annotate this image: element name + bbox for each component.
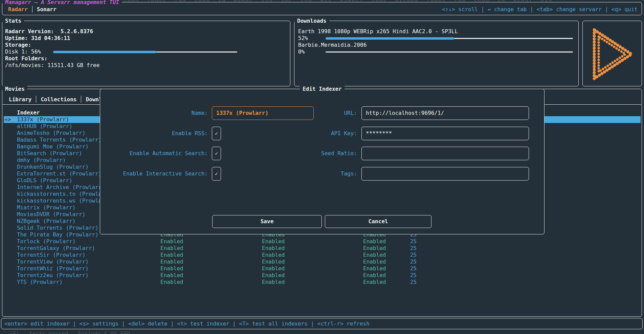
priority-cell: 25 (383, 279, 417, 286)
logo-panel (582, 21, 642, 86)
indexer-row[interactable]: TorrentWhiz (Prowlarr)EnabledEnabledEnab… (4, 265, 641, 272)
priority-cell: 25 (383, 252, 417, 258)
url-input[interactable]: http://localhost:9696/1/ (361, 106, 529, 120)
indexer-name: The Pirate Bay (Prowlarr) (17, 231, 98, 238)
tags-input[interactable] (361, 167, 529, 181)
indexer-name: Torlock (Prowlarr) (17, 238, 75, 245)
indexer-row[interactable]: Torrentz2eu (Prowlarr)EnabledEnabledEnab… (4, 272, 641, 279)
tab-sonarr[interactable]: Sonarr (34, 6, 59, 13)
enable-rss-checkbox[interactable]: ✓ (212, 127, 221, 140)
servarr-tabs: RadarrSonarr (5, 5, 59, 13)
tags-label: Tags: (246, 167, 357, 181)
footer-keybinds-hint: <enter> edit indexer | <s> settings | <d… (4, 318, 370, 329)
stats-line-text: /nfs/movies: 11511.43 GB free (5, 62, 99, 69)
downloads-panel-title: Downloads (294, 18, 329, 24)
disk-progress-bar (53, 51, 237, 53)
indexer-row[interactable]: TorrentView (Prowlarr)EnabledEnabledEnab… (4, 258, 641, 265)
top-keybinds-hint: <↑↓> scroll | ↔ change tab | <tab> chang… (442, 6, 638, 13)
priority-cell: 25 (383, 245, 417, 252)
indexer-name: Solid Torrents (Prowlarr) (17, 225, 98, 231)
enable-automatic-search-checkbox[interactable]: ✓ (212, 147, 221, 160)
modal-title: Edit Indexer (300, 86, 345, 92)
indexer-name: Torrentz2eu (Prowlarr) (17, 272, 89, 279)
tab-library[interactable]: Library (6, 96, 34, 103)
indexer-name: GloDLS (Prowlarr) (17, 177, 72, 184)
indexer-name: YTS (Prowlarr) (17, 279, 63, 286)
cancel-button[interactable]: Cancel (325, 215, 431, 228)
indexer-name: TorrentWhiz (Prowlarr) (17, 265, 89, 272)
seed-ratio-label: Seed Ratio: (246, 147, 357, 160)
tab-separator (81, 96, 81, 103)
rss-cell: Enabled (160, 245, 183, 252)
tab-collections[interactable]: Collections (38, 96, 79, 103)
indexer-name: TorrentView (Prowlarr) (17, 258, 89, 265)
automatic-search-cell: Enabled (262, 238, 285, 245)
stats-line: Root Folders: (5, 55, 287, 62)
rss-cell: Enabled (160, 238, 183, 245)
download-percent: 52% (298, 35, 317, 42)
footer-bar: <enter> edit indexer | <s> settings | <d… (1, 318, 643, 329)
priority-cell: 25 (383, 258, 417, 265)
seed-ratio-input[interactable] (361, 147, 529, 160)
save-button[interactable]: Save (212, 215, 322, 228)
download-title: Barbie.Mermaidia.2006 (298, 42, 576, 48)
indexer-name: BitSearch (Prowlarr) (17, 150, 82, 157)
automatic-search-cell: Enabled (262, 252, 285, 258)
indexer-name: Badass Torrents (Prowlarr) (17, 137, 102, 143)
rss-cell: Enabled (160, 265, 183, 272)
stats-lines: Radarr Version: 5.2.6.8376Uptime: 31d 04… (5, 28, 287, 69)
indexer-name: Bangumi Moe (Prowlarr) (17, 143, 89, 150)
indexer-name: TorrentGalaxy (Prowlarr) (17, 245, 95, 252)
download-progress-line: 52% (298, 35, 576, 42)
indexer-row[interactable]: YTS (Prowlarr)EnabledEnabledEnabled25 (4, 279, 641, 286)
download-percent: 0% (298, 48, 317, 55)
priority-cell: 25 (383, 238, 417, 245)
indexer-row[interactable]: TorrentSir (Prowlarr)EnabledEnabledEnabl… (4, 252, 641, 258)
indexer-name: kickasstorrents.ws (Prowlarr) (17, 197, 111, 204)
indexer-row[interactable]: Torlock (Prowlarr)EnabledEnabledEnabled2… (4, 238, 641, 245)
scrollback-bottom-text: |F| tests passed Furiody S 06 END (9, 330, 130, 334)
stats-line-text: Root Folders: (5, 55, 47, 62)
stats-line: Storage: (5, 42, 287, 48)
stats-panel-title: Stats (2, 18, 24, 24)
check-icon: ✓ (215, 171, 218, 177)
enable-rss-label: Enable RSS: (100, 127, 208, 140)
app-title: Managarr — A Servarr management TUI (2, 0, 122, 5)
indexer-name: MoviesDVDR (Prowlarr) (17, 211, 85, 218)
enable-interactive-search-label: Enable Interactive Search: (100, 167, 208, 181)
indexer-name: altHUB (Prowlarr) (17, 123, 72, 130)
url-label: URL: (246, 106, 357, 120)
stats-line: Disk 1: 56% (5, 48, 287, 55)
rss-cell: Enabled (160, 252, 183, 258)
indexer-name: Miatrix (Prowlarr) (17, 204, 75, 211)
rss-cell: Enabled (160, 279, 183, 286)
tab-separator (36, 96, 36, 103)
name-label: Name: (100, 106, 208, 120)
header-panel: Managarr — A Servarr management TUI Rada… (2, 2, 642, 15)
api-key-label: API Key: (246, 127, 357, 140)
automatic-search-cell: Enabled (262, 245, 285, 252)
movies-panel-title: Movies (2, 86, 27, 92)
indexer-name: Internet Archive (Prowlarr) (17, 184, 105, 191)
enable-interactive-search-checkbox[interactable]: ✓ (212, 167, 221, 181)
automatic-search-cell: Enabled (262, 258, 285, 265)
download-items: Earth 1998 1080p WEBRip x265 Hindi AAC2.… (298, 28, 576, 55)
stats-line-text: Storage: (5, 42, 31, 48)
priority-cell: 25 (383, 272, 417, 279)
tab-radarr[interactable]: Radarr (5, 6, 30, 13)
automatic-search-cell: Enabled (262, 272, 285, 279)
indexer-row[interactable]: TorrentGalaxy (Prowlarr)EnabledEnabledEn… (4, 245, 641, 252)
automatic-search-cell: Enabled (262, 279, 285, 286)
edit-indexer-modal: Edit Indexer Name: 1337x (Prowlarr) URL:… (100, 89, 545, 234)
indexer-name: 1337x (Prowlarr) (17, 116, 69, 123)
managarr-screen: SUF LHU WIL WSAULT LUNE BILBUN YUNUL TUN… (0, 0, 644, 334)
tab-separator (32, 6, 32, 13)
rss-cell: Enabled (160, 272, 183, 279)
stats-line-text: Uptime: 31d 04:36:11 (5, 35, 70, 42)
api-key-input[interactable]: ******** (361, 127, 529, 140)
stats-line-text: Radarr Version: 5.2.6.8376 (5, 28, 93, 35)
download-progress-bar (326, 51, 573, 53)
priority-cell: 25 (383, 265, 417, 272)
indexer-name: DrunkenSlug (Prowlarr) (17, 164, 89, 170)
indexer-name: kickasstorrents.to (Prowlarr) (17, 191, 111, 197)
